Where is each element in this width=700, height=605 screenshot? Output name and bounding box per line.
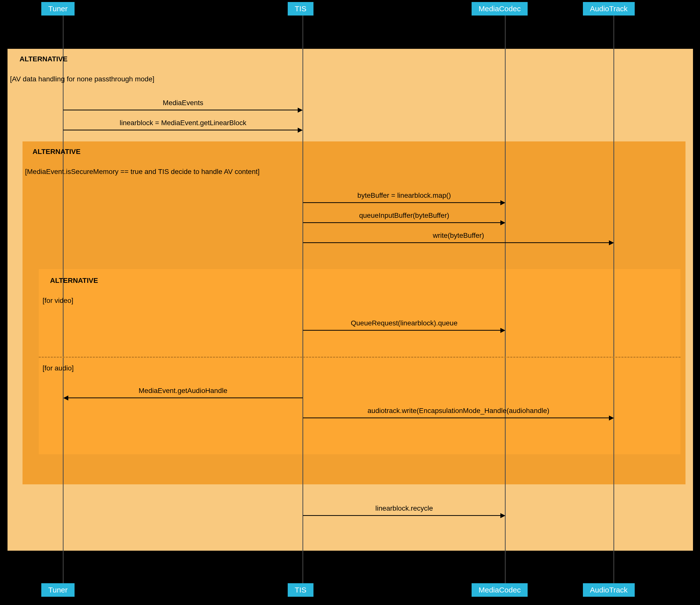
alt-label-middle: ALTERNATIVE bbox=[32, 148, 80, 156]
lifeline-mediacodec-over bbox=[505, 49, 506, 551]
participant-audiotrack-bottom: AudioTrack bbox=[583, 583, 635, 597]
arrow-m4 bbox=[303, 222, 500, 223]
arrow-m3 bbox=[303, 202, 500, 203]
participant-audiotrack-top: AudioTrack bbox=[583, 2, 635, 16]
participant-mediacodec-top: MediaCodec bbox=[472, 2, 528, 16]
arrowhead-m8 bbox=[609, 415, 614, 420]
msg-linearblock-map: byteBuffer = linearblock.map() bbox=[303, 192, 505, 199]
arrow-m9 bbox=[303, 515, 500, 516]
alt-box-inner bbox=[39, 269, 680, 454]
arrowhead-m6 bbox=[500, 328, 505, 333]
arrow-m2 bbox=[63, 130, 298, 130]
alt-condition-outer: [AV data handling for none passthrough m… bbox=[10, 75, 154, 83]
arrowhead-m1 bbox=[298, 107, 303, 113]
alt-condition-audio: [for audio] bbox=[43, 364, 74, 372]
alt-label-outer: ALTERNATIVE bbox=[20, 55, 68, 63]
sequence-diagram: Tuner TIS MediaCodec AudioTrack Tuner TI… bbox=[0, 0, 700, 605]
arrowhead-m7 bbox=[63, 395, 68, 401]
msg-queuerequest: QueueRequest(linearblock).queue bbox=[303, 319, 505, 327]
msg-queueinputbuffer: queueInputBuffer(byteBuffer) bbox=[303, 212, 505, 219]
lifeline-audiotrack-over bbox=[614, 49, 614, 551]
alt-label-inner: ALTERNATIVE bbox=[50, 276, 98, 285]
arrow-m5 bbox=[303, 242, 609, 243]
participant-tuner-bottom: Tuner bbox=[41, 583, 75, 597]
msg-write-bytebuffer: write(byteBuffer) bbox=[303, 232, 614, 240]
arrow-m6 bbox=[303, 330, 500, 331]
arrow-m1 bbox=[63, 110, 298, 111]
alt-divider bbox=[39, 357, 680, 358]
participant-mediacodec-bottom: MediaCodec bbox=[472, 583, 528, 597]
participant-tuner-top: Tuner bbox=[41, 2, 75, 16]
alt-condition-video: [for video] bbox=[43, 297, 73, 305]
arrowhead-m5 bbox=[609, 240, 614, 245]
arrow-m8 bbox=[303, 417, 609, 418]
msg-audiotrack-write: audiotrack.write(EncapsulationMode_Handl… bbox=[303, 407, 614, 415]
msg-mediaevents: MediaEvents bbox=[63, 99, 303, 107]
arrowhead-m9 bbox=[500, 513, 505, 518]
msg-getlinearblock: linearblock = MediaEvent.getLinearBlock bbox=[63, 119, 303, 127]
arrow-m7 bbox=[68, 397, 303, 398]
arrowhead-m2 bbox=[298, 128, 303, 133]
msg-getaudiohandle: MediaEvent.getAudioHandle bbox=[63, 387, 303, 395]
participant-tis-top: TIS bbox=[288, 2, 314, 16]
msg-recycle: linearblock.recycle bbox=[303, 504, 505, 512]
arrowhead-m4 bbox=[500, 220, 505, 225]
participant-tis-bottom: TIS bbox=[288, 583, 314, 597]
alt-condition-middle: [MediaEvent.isSecureMemory == true and T… bbox=[25, 168, 260, 176]
arrowhead-m3 bbox=[500, 200, 505, 205]
